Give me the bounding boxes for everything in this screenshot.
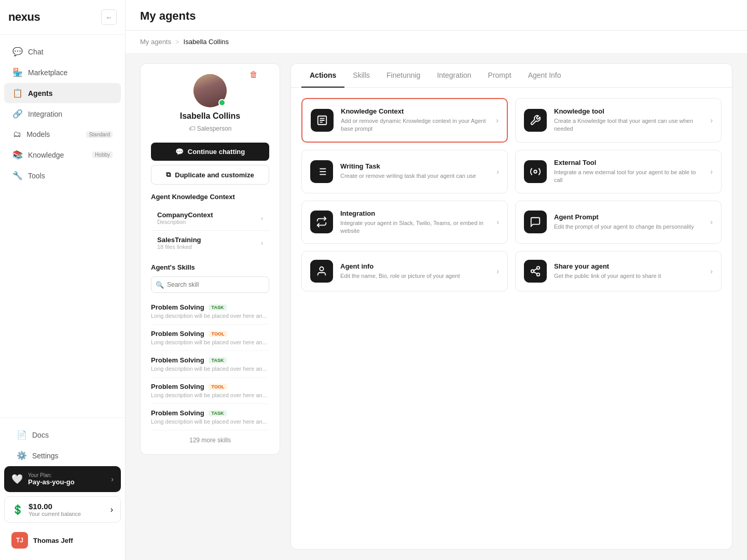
action-arrow-icon: › [496, 267, 499, 275]
sidebar-item-tools-label: Tools [28, 172, 45, 180]
docs-icon: 📄 [17, 430, 27, 440]
agent-name: Isabella Collins [180, 111, 240, 121]
svg-point-14 [537, 273, 540, 276]
agents-icon: 📋 [12, 88, 23, 98]
user-avatar: TJ [11, 532, 28, 549]
agent-card: 🗑 Isabella Collins 🏷 Salesperson 💬 Conti… [140, 63, 280, 455]
svg-point-12 [537, 267, 540, 270]
action-arrow-icon: › [710, 218, 713, 226]
sidebar-item-agents[interactable]: 📋Agents [4, 83, 121, 103]
action-card-knowledge-tool[interactable]: Knowledge tool Create a Knowledge tool t… [515, 98, 722, 143]
action-card-external-tool[interactable]: External Tool Integrate a new external t… [515, 150, 722, 193]
tab-prompt[interactable]: Prompt [480, 64, 520, 88]
main-header: My agents [126, 0, 747, 31]
sidebar: nexus ← 💬Chat🏪Marketplace📋Agents🔗Integra… [0, 0, 126, 560]
sidebar-toggle-button[interactable]: ← [101, 9, 117, 25]
chat-icon: 💬 [175, 148, 184, 156]
skill-item: Problem Solving TASK Long description wi… [151, 351, 269, 377]
delete-agent-button[interactable]: 🗑 [250, 70, 258, 79]
balance-amount: $10.00 [29, 502, 81, 511]
skill-tag: TASK [209, 357, 227, 363]
action-arrow-icon: › [496, 116, 499, 124]
page-title: My agents [140, 9, 732, 23]
action-title-knowledge-context: Knowledge Context [341, 107, 489, 115]
knowledge-badge: Hobby [92, 151, 113, 158]
sidebar-item-chat[interactable]: 💬Chat [4, 41, 121, 62]
plan-card[interactable]: 🤍 Your Plan: Pay-as-you-go › [4, 466, 121, 492]
more-skills-label[interactable]: 129 more skills [151, 430, 269, 444]
knowledge-item[interactable]: SalesTraining 18 files linked › [151, 231, 269, 255]
plan-arrow-icon: › [111, 475, 114, 483]
action-card-share-agent[interactable]: Share your agent Get the public link of … [515, 251, 722, 291]
main-content: 🗑 Isabella Collins 🏷 Salesperson 💬 Conti… [126, 53, 747, 560]
duplicate-customize-button[interactable]: ⧉ Duplicate and customize [151, 165, 269, 185]
skills-section: Agent's Skills 🔍 Problem Solving TASK Lo… [151, 263, 269, 444]
action-title-agent-prompt: Agent Prompt [554, 213, 703, 221]
action-icon-writing-task [310, 160, 333, 183]
sidebar-item-chat-label: Chat [28, 48, 44, 56]
action-icon-integration [310, 211, 333, 233]
action-desc-writing-task: Create or remove writing task that your … [340, 172, 489, 180]
action-title-share-agent: Share your agent [554, 262, 703, 270]
skill-search-wrap: 🔍 [151, 276, 269, 293]
skill-search-input[interactable] [151, 276, 269, 293]
sidebar-item-integration[interactable]: 🔗Integration [4, 104, 121, 124]
knowledge-item[interactable]: CompanyContext Description › [151, 206, 269, 231]
action-card-agent-prompt[interactable]: Agent Prompt Edit the prompt of your age… [515, 201, 722, 244]
settings-icon: ⚙️ [17, 451, 27, 460]
sidebar-item-tools[interactable]: 🔧Tools [4, 165, 121, 186]
tab-finetuning[interactable]: Finetunnig [378, 64, 428, 88]
sidebar-item-marketplace-label: Marketplace [28, 68, 67, 77]
sidebar-item-docs[interactable]: 📄 Docs [8, 425, 117, 445]
action-title-external-tool: External Tool [554, 159, 703, 166]
tab-agent-info[interactable]: Agent Info [520, 64, 570, 88]
sidebar-item-settings-label: Settings [32, 452, 59, 460]
action-card-agent-info[interactable]: Agent info Edit the name, Bio, role or p… [301, 251, 508, 291]
sidebar-item-knowledge[interactable]: 📚KnowledgeHobby [4, 145, 121, 165]
tab-actions[interactable]: Actions [301, 64, 344, 88]
sidebar-item-integration-label: Integration [28, 110, 62, 118]
chat-icon: 💬 [12, 47, 23, 57]
user-row: TJ Thomas Jeff [4, 527, 121, 554]
action-card-integration[interactable]: Integration Integrate your agent in Slac… [301, 201, 508, 244]
models-badge: Standard [86, 131, 113, 138]
balance-label: Your current balance [29, 511, 81, 517]
sidebar-item-settings[interactable]: ⚙️ Settings [8, 445, 117, 466]
svg-point-13 [531, 270, 534, 273]
svg-line-16 [534, 269, 537, 271]
action-card-writing-task[interactable]: Writing Task Create or remove writing ta… [301, 150, 508, 193]
action-arrow-icon: › [710, 167, 713, 176]
breadcrumb: My agents > Isabella Collins [126, 31, 747, 53]
agent-online-indicator [218, 99, 226, 106]
action-icon-share-agent [524, 260, 547, 283]
action-icon-knowledge-context [311, 109, 334, 132]
svg-point-10 [534, 170, 537, 173]
action-desc-knowledge-context: Add or remove dynamic Knowledge context … [341, 117, 489, 133]
sidebar-item-knowledge-label: Knowledge [28, 151, 64, 159]
sidebar-item-models[interactable]: 🗂ModelsStandard [4, 124, 121, 144]
action-arrow-icon: › [496, 218, 499, 226]
tab-skills[interactable]: Skills [344, 64, 378, 88]
marketplace-icon: 🏪 [12, 67, 23, 77]
skill-item: Problem Solving TASK Long description wi… [151, 404, 269, 430]
skill-tag: TOOL [209, 331, 228, 337]
skill-item: Problem Solving TOOL Long description wi… [151, 325, 269, 351]
action-desc-agent-prompt: Edit the prompt of your agent to change … [554, 223, 703, 231]
tab-integration[interactable]: Integration [428, 64, 479, 88]
plan-name: Pay-as-you-go [28, 478, 75, 486]
continue-chatting-button[interactable]: 💬 Continue chatting [151, 143, 269, 161]
actions-grid: Knowledge Context Add or remove dynamic … [291, 88, 732, 302]
sidebar-item-marketplace[interactable]: 🏪Marketplace [4, 62, 121, 82]
agent-profile: 🗑 Isabella Collins 🏷 Salesperson [151, 74, 269, 134]
breadcrumb-parent[interactable]: My agents [140, 38, 171, 46]
action-card-knowledge-context[interactable]: Knowledge Context Add or remove dynamic … [301, 98, 508, 143]
action-desc-agent-info: Edit the name, Bio, role or picture of y… [340, 272, 489, 280]
knowledge-arrow-icon: › [261, 215, 263, 222]
sidebar-item-models-label: Models [26, 130, 50, 138]
balance-card[interactable]: 💲 $10.00 Your current balance › [4, 496, 121, 523]
breadcrumb-separator: > [175, 38, 179, 46]
action-title-agent-info: Agent info [340, 262, 489, 270]
svg-line-15 [534, 272, 537, 274]
action-arrow-icon: › [710, 267, 713, 275]
balance-icon: 💲 [12, 504, 23, 515]
